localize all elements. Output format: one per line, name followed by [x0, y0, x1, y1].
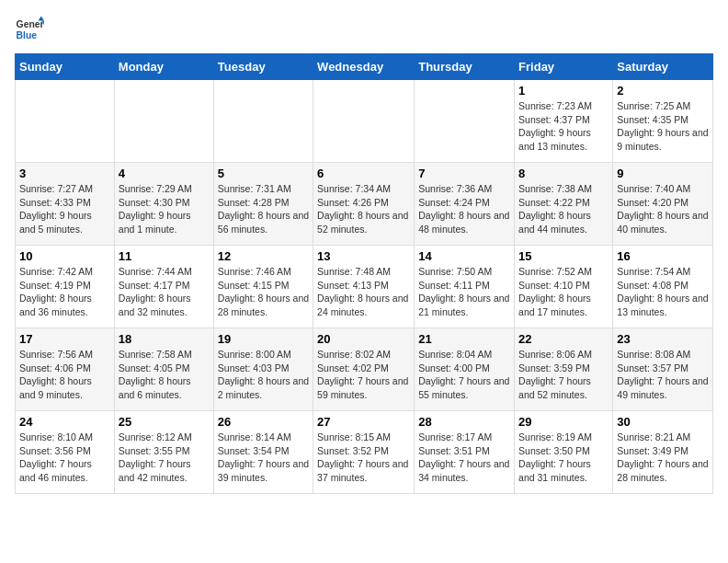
day-cell: 12Sunrise: 7:46 AM Sunset: 4:15 PM Dayli…	[213, 246, 313, 328]
day-cell: 18Sunrise: 7:58 AM Sunset: 4:05 PM Dayli…	[114, 328, 213, 411]
day-info: Sunrise: 7:52 AM Sunset: 4:10 PM Dayligh…	[518, 265, 609, 319]
logo: General Blue	[15, 15, 48, 44]
day-cell: 9Sunrise: 7:40 AM Sunset: 4:20 PM Daylig…	[613, 163, 713, 246]
day-info: Sunrise: 7:36 AM Sunset: 4:24 PM Dayligh…	[418, 182, 510, 236]
day-cell: 2Sunrise: 7:25 AM Sunset: 4:35 PM Daylig…	[613, 80, 713, 163]
day-info: Sunrise: 8:19 AM Sunset: 3:50 PM Dayligh…	[518, 431, 609, 485]
week-row-3: 10Sunrise: 7:42 AM Sunset: 4:19 PM Dayli…	[16, 246, 713, 328]
day-number: 23	[617, 332, 709, 346]
column-header-tuesday: Tuesday	[213, 54, 313, 80]
day-cell: 1Sunrise: 7:23 AM Sunset: 4:37 PM Daylig…	[515, 80, 613, 163]
day-cell: 15Sunrise: 7:52 AM Sunset: 4:10 PM Dayli…	[515, 246, 613, 328]
day-number: 14	[418, 249, 510, 263]
week-row-5: 24Sunrise: 8:10 AM Sunset: 3:56 PM Dayli…	[16, 411, 713, 494]
header: General Blue	[15, 15, 713, 44]
svg-text:General: General	[17, 19, 44, 29]
day-number: 30	[617, 415, 709, 429]
day-info: Sunrise: 7:27 AM Sunset: 4:33 PM Dayligh…	[19, 182, 110, 236]
day-info: Sunrise: 7:50 AM Sunset: 4:11 PM Dayligh…	[418, 265, 510, 319]
day-number: 29	[518, 415, 609, 429]
day-info: Sunrise: 7:48 AM Sunset: 4:13 PM Dayligh…	[317, 265, 410, 319]
day-number: 4	[119, 167, 210, 180]
column-header-sunday: Sunday	[16, 54, 115, 80]
column-header-monday: Monday	[114, 54, 213, 80]
day-number: 1	[518, 84, 609, 98]
svg-text:Blue: Blue	[17, 30, 38, 40]
day-number: 20	[317, 332, 410, 346]
column-header-thursday: Thursday	[415, 54, 515, 80]
week-row-4: 17Sunrise: 7:56 AM Sunset: 4:06 PM Dayli…	[16, 328, 713, 411]
day-number: 9	[617, 167, 709, 180]
day-number: 8	[518, 167, 609, 180]
day-cell: 14Sunrise: 7:50 AM Sunset: 4:11 PM Dayli…	[415, 246, 515, 328]
day-cell: 24Sunrise: 8:10 AM Sunset: 3:56 PM Dayli…	[16, 411, 115, 494]
day-cell: 7Sunrise: 7:36 AM Sunset: 4:24 PM Daylig…	[415, 163, 515, 246]
day-cell	[415, 80, 515, 163]
day-info: Sunrise: 8:12 AM Sunset: 3:55 PM Dayligh…	[119, 431, 210, 485]
day-cell: 10Sunrise: 7:42 AM Sunset: 4:19 PM Dayli…	[16, 246, 115, 328]
day-number: 5	[218, 167, 309, 180]
day-cell: 3Sunrise: 7:27 AM Sunset: 4:33 PM Daylig…	[16, 163, 115, 246]
day-cell: 21Sunrise: 8:04 AM Sunset: 4:00 PM Dayli…	[415, 328, 515, 411]
day-info: Sunrise: 8:08 AM Sunset: 3:57 PM Dayligh…	[617, 348, 709, 402]
day-info: Sunrise: 8:00 AM Sunset: 4:03 PM Dayligh…	[218, 348, 309, 402]
calendar-table: SundayMondayTuesdayWednesdayThursdayFrid…	[15, 53, 713, 494]
day-number: 6	[317, 167, 410, 180]
day-cell: 4Sunrise: 7:29 AM Sunset: 4:30 PM Daylig…	[114, 163, 213, 246]
day-number: 18	[119, 332, 210, 346]
day-number: 26	[218, 415, 309, 429]
column-header-friday: Friday	[515, 54, 613, 80]
day-cell	[313, 80, 415, 163]
day-cell: 25Sunrise: 8:12 AM Sunset: 3:55 PM Dayli…	[114, 411, 213, 494]
day-cell: 22Sunrise: 8:06 AM Sunset: 3:59 PM Dayli…	[515, 328, 613, 411]
day-cell: 28Sunrise: 8:17 AM Sunset: 3:51 PM Dayli…	[415, 411, 515, 494]
day-number: 11	[119, 249, 210, 263]
day-info: Sunrise: 7:56 AM Sunset: 4:06 PM Dayligh…	[19, 348, 110, 402]
day-number: 3	[19, 167, 110, 180]
day-cell: 19Sunrise: 8:00 AM Sunset: 4:03 PM Dayli…	[213, 328, 313, 411]
logo-icon: General Blue	[15, 15, 44, 44]
day-number: 12	[218, 249, 309, 263]
day-number: 17	[19, 332, 110, 346]
day-cell: 29Sunrise: 8:19 AM Sunset: 3:50 PM Dayli…	[515, 411, 613, 494]
day-info: Sunrise: 7:31 AM Sunset: 4:28 PM Dayligh…	[218, 182, 309, 236]
day-number: 10	[19, 249, 110, 263]
day-info: Sunrise: 7:54 AM Sunset: 4:08 PM Dayligh…	[617, 265, 709, 319]
day-number: 22	[518, 332, 609, 346]
day-number: 21	[418, 332, 510, 346]
day-info: Sunrise: 7:29 AM Sunset: 4:30 PM Dayligh…	[119, 182, 210, 236]
day-number: 7	[418, 167, 510, 180]
day-cell	[16, 80, 115, 163]
day-number: 16	[617, 249, 709, 263]
day-info: Sunrise: 7:25 AM Sunset: 4:35 PM Dayligh…	[617, 99, 709, 154]
day-cell: 6Sunrise: 7:34 AM Sunset: 4:26 PM Daylig…	[313, 163, 415, 246]
day-cell: 23Sunrise: 8:08 AM Sunset: 3:57 PM Dayli…	[613, 328, 713, 411]
day-number: 27	[317, 415, 410, 429]
day-number: 24	[19, 415, 110, 429]
column-header-saturday: Saturday	[613, 54, 713, 80]
day-cell: 8Sunrise: 7:38 AM Sunset: 4:22 PM Daylig…	[515, 163, 613, 246]
day-info: Sunrise: 7:34 AM Sunset: 4:26 PM Dayligh…	[317, 182, 410, 236]
day-number: 28	[418, 415, 510, 429]
day-info: Sunrise: 7:38 AM Sunset: 4:22 PM Dayligh…	[518, 182, 609, 236]
day-cell: 26Sunrise: 8:14 AM Sunset: 3:54 PM Dayli…	[213, 411, 313, 494]
day-info: Sunrise: 8:06 AM Sunset: 3:59 PM Dayligh…	[518, 348, 609, 402]
day-cell: 27Sunrise: 8:15 AM Sunset: 3:52 PM Dayli…	[313, 411, 415, 494]
day-info: Sunrise: 7:23 AM Sunset: 4:37 PM Dayligh…	[518, 99, 609, 154]
day-cell	[114, 80, 213, 163]
day-info: Sunrise: 7:46 AM Sunset: 4:15 PM Dayligh…	[218, 265, 309, 319]
day-info: Sunrise: 8:10 AM Sunset: 3:56 PM Dayligh…	[19, 431, 110, 485]
day-info: Sunrise: 7:58 AM Sunset: 4:05 PM Dayligh…	[119, 348, 210, 402]
svg-marker-2	[39, 17, 44, 21]
day-info: Sunrise: 8:14 AM Sunset: 3:54 PM Dayligh…	[218, 431, 309, 485]
day-info: Sunrise: 7:42 AM Sunset: 4:19 PM Dayligh…	[19, 265, 110, 319]
day-cell	[213, 80, 313, 163]
day-number: 15	[518, 249, 609, 263]
day-cell: 13Sunrise: 7:48 AM Sunset: 4:13 PM Dayli…	[313, 246, 415, 328]
day-cell: 16Sunrise: 7:54 AM Sunset: 4:08 PM Dayli…	[613, 246, 713, 328]
day-info: Sunrise: 8:17 AM Sunset: 3:51 PM Dayligh…	[418, 431, 510, 485]
day-info: Sunrise: 7:40 AM Sunset: 4:20 PM Dayligh…	[617, 182, 709, 236]
day-cell: 5Sunrise: 7:31 AM Sunset: 4:28 PM Daylig…	[213, 163, 313, 246]
day-cell: 11Sunrise: 7:44 AM Sunset: 4:17 PM Dayli…	[114, 246, 213, 328]
week-row-1: 1Sunrise: 7:23 AM Sunset: 4:37 PM Daylig…	[16, 80, 713, 163]
